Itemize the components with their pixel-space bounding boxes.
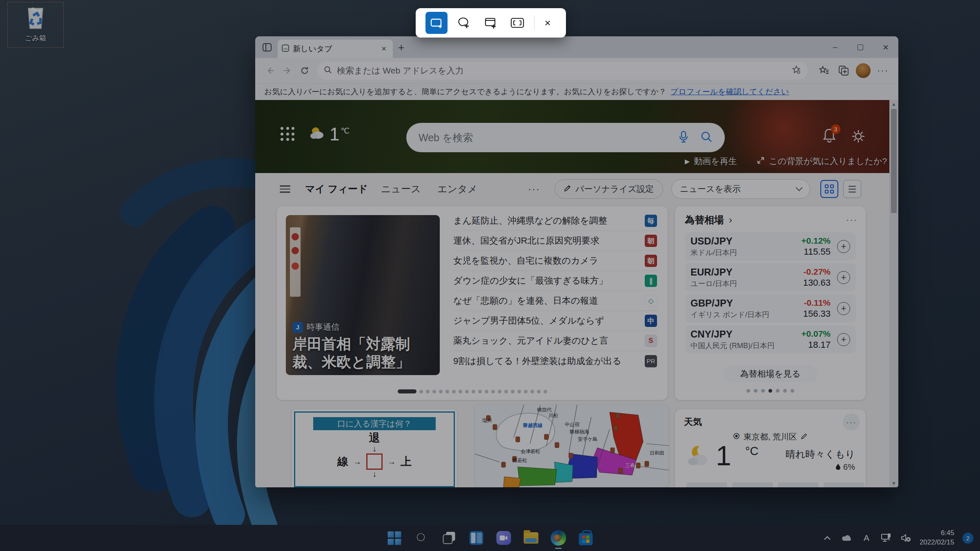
svg-text:磐越西線: 磐越西線 — [523, 422, 543, 428]
add-to-watchlist-button[interactable]: + — [837, 302, 850, 315]
notifications-button[interactable]: 3 — [822, 128, 837, 145]
feed-tab-entertainment[interactable]: エンタメ — [437, 182, 477, 196]
snip-close-button[interactable]: × — [539, 12, 557, 34]
window-snip-button[interactable] — [479, 12, 501, 34]
news-filter-dropdown[interactable]: ニュースを表示 — [671, 179, 810, 199]
scrollbar-thumb[interactable] — [891, 109, 897, 213]
fx-row-eur-jpy[interactable]: EUR/JPY ユーロ/日本円 -0.27% 130.63 + — [685, 263, 856, 291]
fx-row-cny-jpy[interactable]: CNY/JPY 中国人民元 (RMB)/日本円 +0.07% 18.17 + — [685, 325, 856, 353]
back-button[interactable] — [262, 62, 279, 79]
view-exchange-rates-button[interactable]: 為替相場を見る — [723, 365, 818, 382]
kanji-puzzle-card[interactable]: 口に入る漢字は何？ 退 ↓ 線 → → 上 ↓ — [292, 409, 457, 487]
page-scrollbar[interactable]: ▲ ▼ — [889, 100, 898, 487]
chat-button[interactable] — [496, 530, 512, 546]
lead-story-headline[interactable]: 岸田首相「対露制裁、米欧と調整」 — [292, 335, 437, 371]
onedrive-cloud-icon[interactable] — [841, 532, 853, 544]
toolbar-divider — [534, 16, 535, 30]
taskbar-search-button[interactable] — [414, 530, 430, 546]
weather-card-title[interactable]: 天気 — [684, 416, 702, 428]
headline-item sponsored[interactable]: 9割は損してる！外壁塗装は助成金が出る PR — [453, 351, 657, 371]
headline-item[interactable]: ダウン症の少女に「最強すぎる味方」 ∥ — [453, 271, 657, 291]
edge-taskbar-button[interactable] — [550, 530, 567, 546]
address-input[interactable] — [337, 66, 791, 76]
widgets-button[interactable] — [468, 530, 485, 546]
ime-mode-indicator[interactable]: A — [861, 532, 872, 544]
refresh-button[interactable] — [296, 62, 313, 79]
forward-button[interactable] — [279, 62, 296, 79]
web-search-input[interactable] — [419, 132, 678, 144]
scroll-up-arrow[interactable]: ▲ — [889, 100, 898, 108]
feed-tab-my-feed[interactable]: マイ フィード — [305, 182, 368, 196]
mic-icon[interactable] — [678, 131, 689, 144]
lead-story-image[interactable]: J 時事通信 岸田首相「対露制裁、米欧と調整」 — [286, 215, 440, 375]
list-view-button[interactable] — [843, 180, 861, 198]
tab-title: 新しいタブ — [293, 44, 379, 54]
tab-close-button[interactable]: × — [379, 44, 389, 53]
add-to-watchlist-button[interactable]: + — [837, 333, 850, 346]
fx-row-gbp-jpy[interactable]: GBP/JPY イギリス ポンド/日本円 -0.11% 156.33 + — [685, 294, 856, 322]
headline-item[interactable]: 薬丸ショック、元アイドル妻のひと言 S — [453, 331, 657, 351]
tab-new-tab[interactable]: 新しいタブ × — [278, 40, 393, 58]
play-video-label: 動画を再生 — [694, 156, 737, 167]
railway-map-card[interactable]: 磐越西線 会津若松 中山宿 磐梯熱海 安子ケ島 猪苗代 川桁 西若松 塩川 日和… — [475, 405, 669, 487]
network-icon[interactable] — [880, 532, 892, 544]
settings-more-button[interactable]: ··· — [874, 62, 892, 80]
add-favorite-star-icon[interactable] — [791, 65, 801, 76]
grid-view-button[interactable] — [820, 180, 838, 198]
address-bar[interactable] — [317, 62, 808, 80]
microsoft-store-button[interactable] — [578, 530, 594, 546]
page-settings-gear-icon[interactable] — [851, 129, 865, 145]
window-minimize-button[interactable]: – — [822, 36, 848, 58]
weather-location-row[interactable]: 東京都, 荒川区 — [675, 431, 866, 442]
headline-item[interactable]: まん延防止、沖縄県などの解除を調整 毎 — [453, 211, 657, 231]
volume-muted-icon[interactable] — [900, 532, 911, 544]
play-video-link[interactable]: ▶ 動画を再生 — [685, 156, 737, 167]
fx-card-menu-button[interactable]: ··· — [846, 215, 858, 225]
fullscreen-snip-button[interactable] — [506, 12, 528, 34]
add-to-watchlist-button[interactable]: + — [837, 271, 850, 284]
personalize-button[interactable]: パーソナライズ設定 — [555, 179, 663, 199]
file-explorer-button[interactable] — [523, 530, 539, 546]
freeform-snip-button[interactable] — [452, 12, 474, 34]
notification-center-badge[interactable]: 2 — [962, 533, 973, 544]
search-icon[interactable] — [700, 131, 713, 144]
source-badge: 中 — [645, 315, 657, 327]
tab-actions-menu-button[interactable] — [261, 42, 273, 53]
fx-row-usd-jpy[interactable]: USD/JPY 米ドル/日本円 +0.12% 115.55 + — [685, 232, 856, 260]
edge-toolbar: ··· — [255, 58, 898, 83]
puzzle-image: 口に入る漢字は何？ 退 ↓ 線 → → 上 ↓ — [294, 411, 455, 487]
scroll-down-arrow[interactable]: ▼ — [889, 479, 898, 487]
window-maximize-button[interactable] — [848, 36, 873, 58]
edit-location-pencil-icon[interactable] — [801, 432, 808, 442]
window-close-button[interactable]: × — [873, 36, 898, 58]
lead-story-source: 時事通信 — [307, 322, 339, 333]
headline-item[interactable]: 女児を監視か、自宅に複数のカメラ 朝 — [453, 251, 657, 271]
background-feedback-link[interactable]: この背景が気に入りましたか? — [757, 156, 887, 167]
waffle-apps-icon[interactable] — [281, 127, 295, 142]
rectangle-snip-button[interactable] — [425, 12, 448, 34]
hidden-icons-chevron[interactable] — [822, 532, 833, 544]
source-badge: ◇ — [645, 295, 657, 307]
fx-card-title[interactable]: 為替相場 — [685, 213, 724, 227]
collections-button[interactable] — [835, 62, 853, 80]
weather-chip[interactable]: 1 ℃ — [308, 124, 350, 144]
favorites-button[interactable] — [815, 62, 833, 80]
menu-hamburger-icon[interactable] — [280, 183, 290, 195]
task-view-button[interactable] — [441, 530, 457, 546]
headline-item[interactable]: なぜ「悲願の」を連発、日本の報道 ◇ — [453, 291, 657, 311]
headline-item[interactable]: 運休、国交省がJR北に原因究明要求 朝 — [453, 231, 657, 251]
card-carousel-dots[interactable] — [277, 389, 668, 393]
feed-tab-news[interactable]: ニュース — [381, 182, 421, 196]
profile-confirm-link[interactable]: プロフィールを確認してください — [670, 87, 789, 97]
add-to-watchlist-button[interactable]: + — [837, 240, 850, 253]
weather-card-menu-button[interactable]: ··· — [843, 413, 860, 431]
feed-more-tabs-button[interactable]: ··· — [528, 183, 540, 195]
fx-card-dots[interactable] — [675, 389, 866, 393]
taskbar-clock[interactable]: 6:45 2022/02/15 — [920, 529, 954, 547]
start-button[interactable] — [386, 530, 403, 546]
profile-avatar[interactable] — [854, 62, 872, 80]
headline-item[interactable]: ジャンプ男子団体5位、メダルならず 中 — [453, 311, 657, 331]
web-search-box[interactable] — [406, 123, 725, 152]
new-tab-button[interactable]: + — [398, 42, 404, 53]
recycle-bin-shortcut[interactable]: ごみ箱 — [7, 2, 64, 48]
